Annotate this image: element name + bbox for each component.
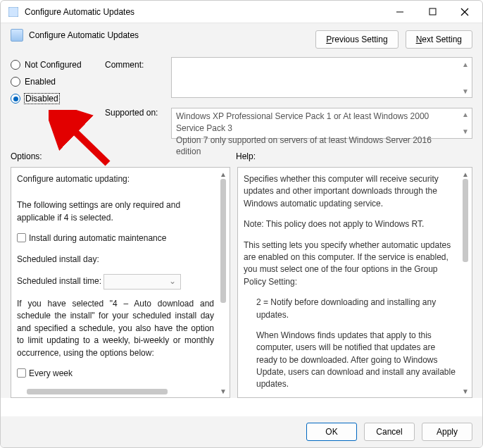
close-button[interactable] — [448, 1, 481, 23]
comment-textbox[interactable]: ▲ ▼ — [171, 57, 472, 98]
ok-button[interactable]: OK — [306, 423, 357, 441]
state-radio-group: Not Configured Enabled Disabled — [11, 57, 102, 139]
scrollbar-thumb[interactable] — [27, 389, 168, 394]
radio-icon — [11, 77, 20, 87]
radio-label: Disabled — [25, 94, 59, 104]
panels: Configure automatic updating: The follow… — [1, 164, 482, 398]
checkbox-icon — [17, 368, 26, 378]
help-p2: Note: This policy does not apply to Wind… — [244, 218, 456, 230]
radio-not-configured[interactable]: Not Configured — [11, 60, 102, 70]
radio-icon — [11, 60, 20, 70]
scheduled-time-row: Scheduled install time: — [17, 274, 214, 290]
checkbox-icon — [17, 233, 26, 242]
radio-label: Enabled — [25, 77, 56, 87]
scheduled-time-label: Scheduled install time: — [17, 276, 101, 286]
policy-icon — [11, 29, 23, 42]
scroll-up-icon[interactable]: ▲ — [460, 169, 470, 179]
apply-button[interactable]: Apply — [422, 423, 472, 441]
svg-rect-0 — [8, 7, 18, 17]
form-area: Not Configured Enabled Disabled Comment:… — [1, 57, 482, 146]
svg-rect-2 — [429, 8, 436, 15]
options-paragraph: If you have selected "4 – Auto download … — [17, 298, 214, 359]
radio-label: Not Configured — [25, 60, 82, 70]
options-scrollbar-h[interactable] — [13, 387, 218, 396]
scrollbar-thumb[interactable] — [220, 179, 226, 303]
comment-label: Comment: — [105, 60, 168, 70]
help-scrollbar-v[interactable]: ▲ ▼ — [460, 169, 470, 396]
scroll-down-icon[interactable]: ▼ — [460, 386, 470, 396]
window-icon — [8, 6, 19, 18]
titlebar: Configure Automatic Updates — [1, 1, 482, 23]
scheduled-day-row: Scheduled install day: — [17, 254, 214, 266]
every-week-checkbox[interactable]: Every week — [17, 368, 214, 380]
window-title: Configure Automatic Updates — [25, 7, 384, 17]
options-heading: Configure automatic updating: — [17, 173, 214, 185]
maximize-button[interactable] — [416, 1, 448, 23]
options-note: The following settings are only required… — [17, 199, 214, 224]
policy-title: Configure Automatic Updates — [29, 30, 139, 40]
help-p3: This setting lets you specify whether au… — [244, 239, 456, 289]
panels-header: Options: Help: — [1, 146, 482, 164]
radio-enabled[interactable]: Enabled — [11, 77, 102, 87]
help-p1: Specifies whether this computer will rec… — [244, 173, 456, 210]
scroll-up-icon[interactable]: ▲ — [460, 59, 470, 69]
scroll-up-icon[interactable]: ▲ — [218, 169, 228, 179]
help-p5: When Windows finds updates that apply to… — [244, 330, 456, 391]
scheduled-day-label: Scheduled install day: — [17, 254, 99, 264]
radio-icon — [11, 94, 20, 104]
scroll-down-icon[interactable]: ▼ — [460, 86, 470, 96]
supported-on-box: Windows XP Professional Service Pack 1 o… — [171, 108, 472, 139]
checkbox-label: Every week — [29, 368, 73, 378]
help-panel: Specifies whether this computer will rec… — [237, 167, 472, 398]
supported-label: Supported on: — [105, 108, 168, 118]
scroll-up-icon[interactable]: ▲ — [460, 110, 470, 120]
subheader: Configure Automatic Updates Previous Set… — [1, 23, 482, 57]
options-panel: Configure automatic updating: The follow… — [11, 167, 230, 398]
previous-setting-button[interactable]: Previous Setting — [315, 30, 398, 49]
help-header: Help: — [236, 151, 256, 161]
checkbox-label: Install during automatic maintenance — [29, 233, 166, 243]
help-p4: 2 = Notify before downloading and instal… — [244, 297, 456, 321]
scroll-down-icon[interactable]: ▼ — [218, 386, 228, 396]
scroll-down-icon[interactable]: ▼ — [460, 127, 470, 137]
options-header: Options: — [11, 151, 236, 161]
scheduled-time-select[interactable] — [104, 274, 181, 290]
next-setting-button[interactable]: Next Setting — [406, 30, 472, 49]
options-scrollbar-v[interactable]: ▲ ▼ — [218, 169, 228, 396]
scrollbar-thumb[interactable] — [463, 179, 468, 262]
radio-disabled[interactable]: Disabled — [11, 94, 102, 104]
cancel-button[interactable]: Cancel — [364, 423, 415, 441]
dialog-footer: OK Cancel Apply — [1, 416, 482, 447]
minimize-button[interactable] — [384, 1, 416, 23]
install-maintenance-checkbox[interactable]: Install during automatic maintenance — [17, 232, 214, 244]
